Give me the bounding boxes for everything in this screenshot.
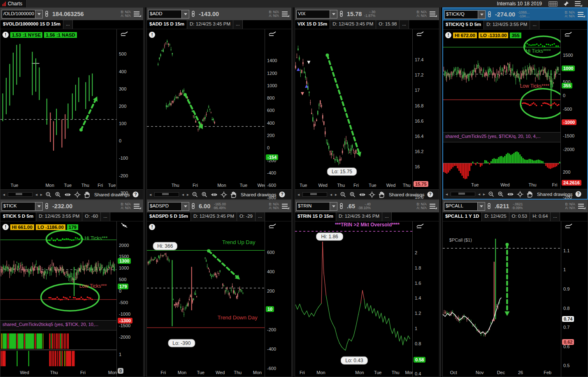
symbol-input[interactable]: VIX <box>296 10 337 19</box>
symbol-text[interactable]: VIX <box>297 10 330 18</box>
chart-more[interactable]: ... <box>530 21 539 29</box>
price-axis[interactable]: 1.110.90.80.70.60.50.40.740.62 <box>561 221 588 377</box>
symbol-dropdown-button[interactable] <box>330 10 337 18</box>
hand-icon[interactable] <box>230 191 236 198</box>
symbol-dropdown-button[interactable] <box>477 202 485 210</box>
link-icon[interactable] <box>191 11 196 17</box>
step-left-icon[interactable]: ◂ <box>478 192 480 196</box>
alert-icon[interactable]: ! <box>149 224 155 230</box>
price-plot-add[interactable]: ! <box>147 29 265 182</box>
menu-icon[interactable] <box>575 1 582 7</box>
chart-style-icon[interactable] <box>120 30 128 36</box>
help-icon[interactable]: ? <box>427 191 433 198</box>
chart-scrollbar[interactable] <box>302 192 327 197</box>
price-axis[interactable]: 5004003002001000-100-200-300 <box>117 29 143 189</box>
link-icon[interactable] <box>44 203 50 209</box>
price-plot-tick[interactable]: !HI 661.00LO -1186.00179Hi Ticks***Low T… <box>0 221 116 320</box>
price-plot-trin[interactable]: ***TRIN >2 Mkt Oversold****Hi: 1.86Lo: 0… <box>295 221 412 369</box>
chart-style-icon[interactable] <box>564 30 572 37</box>
lower-study-header[interactable]: shared_CumTickv2tickq5 (yes, $TICK, 20, … <box>0 320 116 330</box>
price-axis[interactable]: 2000150010005000-500-1000-1500-200013001… <box>117 221 143 377</box>
crosshair-icon[interactable] <box>369 191 375 198</box>
price-plot-vold[interactable]: !1.53 :1 NYSE1.56 :1 NASD <box>0 29 116 182</box>
crosshair-icon[interactable] <box>74 191 81 198</box>
pin-icon[interactable] <box>563 1 569 7</box>
symbol-dropdown-button[interactable] <box>181 202 189 210</box>
panel-menu-icon[interactable] <box>282 11 289 17</box>
chart-more[interactable]: ... <box>63 20 73 29</box>
zoom-in-icon[interactable] <box>55 191 61 198</box>
symbol-text[interactable]: $TRIN <box>297 202 330 210</box>
price-plot-tickq[interactable]: !HI 672.00LO -1310.00355Hi Ticks****Low … <box>443 30 560 132</box>
pan-icon[interactable] <box>359 191 366 198</box>
chart-style-icon[interactable] <box>416 222 424 228</box>
link-icon[interactable] <box>44 11 50 17</box>
chart-scrollbar[interactable] <box>8 192 33 197</box>
scroll-left-icon[interactable]: ◂ <box>446 192 448 196</box>
hand-icon[interactable] <box>378 191 384 198</box>
chart-more[interactable]: ... <box>551 212 560 221</box>
alert-icon[interactable]: ! <box>2 224 9 230</box>
crosshair-icon[interactable] <box>221 191 227 198</box>
step-right-icon[interactable]: ▸ <box>335 192 337 197</box>
alert-icon[interactable]: ! <box>2 32 9 38</box>
symbol-text[interactable]: $TICK <box>2 202 35 210</box>
zoom-in-icon[interactable] <box>497 191 504 198</box>
panel-menu-icon[interactable] <box>578 203 586 209</box>
symbol-input[interactable]: $TICK <box>2 202 43 211</box>
lower-study-plot[interactable] <box>443 142 560 182</box>
panel-menu-icon[interactable] <box>134 203 141 209</box>
help-icon[interactable]: ? <box>132 191 139 198</box>
price-axis[interactable]: 15005000-500-1500-20001000355-1000200-20… <box>561 30 587 189</box>
symbol-text[interactable]: $ADD <box>149 10 181 18</box>
panel-menu-icon[interactable] <box>134 11 141 17</box>
chart-more[interactable]: ... <box>400 20 409 29</box>
tab-charts[interactable]: Charts <box>0 0 27 7</box>
chart-scrollbar[interactable] <box>154 192 179 197</box>
symbol-text[interactable]: $PCALL <box>444 202 477 210</box>
price-plot-vix[interactable]: Lo: 15.75 <box>295 29 412 182</box>
pan-icon[interactable] <box>64 191 71 198</box>
help-icon[interactable]: ? <box>279 191 285 198</box>
symbol-input[interactable]: $TRIN <box>296 202 337 211</box>
link-icon[interactable] <box>339 203 344 209</box>
step-right-icon[interactable]: ▸ <box>40 192 42 197</box>
link-icon[interactable] <box>191 203 196 209</box>
chart-scrollbar[interactable] <box>451 192 475 196</box>
symbol-input[interactable]: $PCALL <box>444 202 485 211</box>
symbol-dropdown-button[interactable] <box>330 202 337 210</box>
symbol-dropdown-button[interactable] <box>35 202 42 210</box>
symbol-input[interactable]: /OLD/1000000 <box>2 10 43 19</box>
symbol-input[interactable]: $TICK/Q <box>444 10 486 19</box>
crosshair-icon[interactable] <box>517 191 523 198</box>
chart-more[interactable]: ... <box>233 20 243 29</box>
hand-icon[interactable] <box>84 191 90 198</box>
pan-icon[interactable] <box>211 191 218 198</box>
chart-style-icon[interactable] <box>416 30 424 36</box>
panel-menu-icon[interactable] <box>578 12 585 17</box>
symbol-text[interactable]: /OLD/1000000 <box>2 10 35 18</box>
link-icon[interactable] <box>339 11 344 17</box>
lower-study-header[interactable]: shared_CumTickv25 (yes, $TICK/q, 20, 10,… <box>443 132 560 142</box>
step-left-icon[interactable]: ◂ <box>330 192 332 197</box>
zoom-out-icon[interactable] <box>45 191 52 198</box>
scroll-left-icon[interactable]: ◂ <box>297 192 300 197</box>
symbol-dropdown-button[interactable] <box>181 10 189 18</box>
symbol-dropdown-button[interactable] <box>35 10 42 18</box>
scroll-left-icon[interactable]: ◂ <box>3 192 5 197</box>
alert-icon[interactable]: ! <box>445 32 451 38</box>
price-axis[interactable]: 17.417.21716.816.616.416.21615.615.75 <box>413 29 439 189</box>
chart-style-icon[interactable] <box>268 222 277 228</box>
price-plot-adspd[interactable]: !Trend Up DayTrend Down DayHi: 366Lo: -3… <box>147 221 265 369</box>
chart-more[interactable]: ... <box>256 212 265 221</box>
chart-more[interactable]: ... <box>382 212 392 221</box>
chart-more[interactable]: ... <box>101 212 110 221</box>
zoom-in-icon[interactable] <box>349 191 356 198</box>
chart-style-icon[interactable] <box>120 222 128 228</box>
link-icon[interactable] <box>487 11 493 18</box>
link-icon[interactable] <box>486 203 492 209</box>
pan-icon[interactable] <box>507 191 514 198</box>
zoom-out-icon[interactable] <box>340 191 346 198</box>
panel-menu-icon[interactable] <box>430 11 437 17</box>
panel-menu-icon[interactable] <box>282 203 289 209</box>
